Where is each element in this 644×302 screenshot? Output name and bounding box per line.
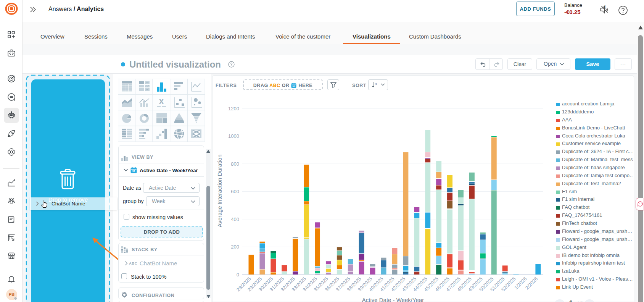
svg-text:0: 0 [237, 272, 239, 278]
svg-text:X: X [159, 97, 164, 106]
svg-text:2/2026: 2/2026 [524, 276, 539, 291]
svg-text:Average Interaction Duration: Average Interaction Duration [216, 155, 223, 228]
svg-text:600: 600 [231, 189, 239, 194]
svg-text:1: 1 [604, 5, 606, 9]
svg-text:Active Date - Week/Year: Active Date - Week/Year [362, 297, 424, 302]
svg-text:1000: 1000 [228, 133, 239, 139]
svg-text:1200: 1200 [228, 106, 239, 111]
svg-text:200: 200 [231, 244, 239, 250]
svg-text:400: 400 [231, 216, 239, 222]
svg-text:31: 31 [132, 170, 135, 173]
svg-text:800: 800 [231, 161, 239, 167]
